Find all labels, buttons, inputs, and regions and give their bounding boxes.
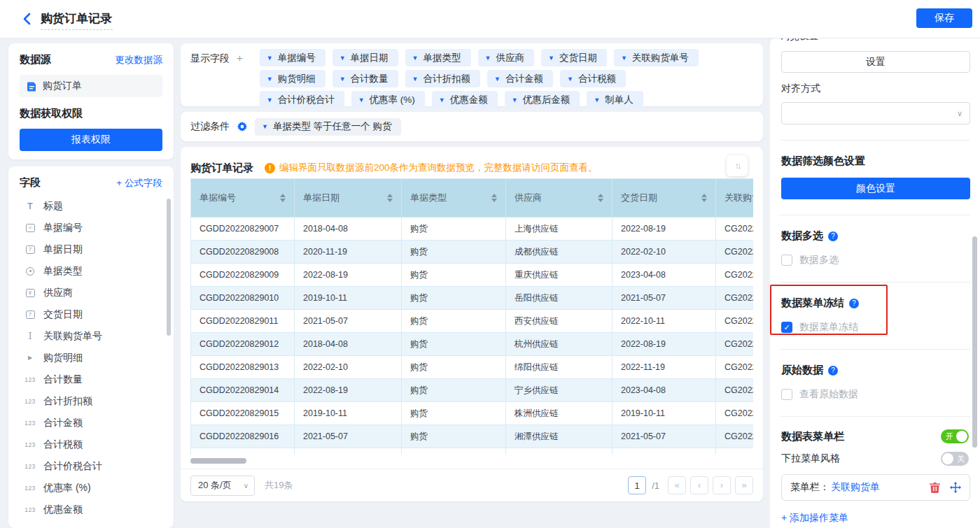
column-setup-button[interactable]: 设置 [781,51,970,73]
display-field-chip[interactable]: ▼制单人 [587,91,643,108]
raw-data-checkbox-row[interactable]: 查看原始数据 [781,388,969,401]
help-icon[interactable]: ? [849,299,859,308]
display-field-chip[interactable]: ▼优惠金额 [432,91,498,108]
align-select[interactable]: ∨ [781,102,970,124]
multi-select-checkbox-row[interactable]: 数据多选 [781,254,969,266]
table-cell [716,448,753,455]
checkbox-checked[interactable]: ✓ [781,322,792,333]
column-header-6[interactable]: 关联购货单号 [716,179,753,217]
save-button[interactable]: 保存 [916,8,972,28]
column-header-1[interactable]: 单据编号 [191,179,295,217]
column-header-2[interactable]: 单据日期 [295,179,402,217]
back-icon[interactable] [20,11,35,27]
field-item[interactable]: 123合计税额 [20,434,162,455]
table-cell: 上海供应链 [506,217,612,241]
checkbox-unchecked[interactable] [781,389,792,400]
datasource-card: 数据源 更改数据源 购货订单 数据获取权限 报表权限 [8,43,174,159]
display-field-chip[interactable]: ▼合计税额 [560,70,626,87]
display-field-chip[interactable]: ▼合计金额 [487,70,553,87]
display-field-chip[interactable]: ▼关联购货单号 [614,49,699,66]
number-field-icon: 123 [24,398,36,405]
field-item[interactable]: 123合计价税合计 [20,455,162,477]
datasource-item[interactable]: 购货订单 [20,75,162,97]
display-field-chip[interactable]: ▼优惠后金额 [505,91,580,108]
fields-scrollbar[interactable] [167,199,171,336]
table-cell: CGDD20220829011 [191,310,295,333]
filter-condition-chip[interactable]: ▼ 单据类型 等于任意一个 购货 [255,118,401,136]
display-field-chip[interactable]: ▼单据日期 [332,49,398,66]
sort-order-button[interactable]: ↑↓ [727,155,748,176]
menu-freeze-title: 数据菜单冻结 ? [781,297,969,310]
field-item[interactable]: 单据类型 [20,260,162,282]
column-header-4[interactable]: 供应商 [506,179,612,217]
column-sort-icon[interactable] [701,194,707,202]
last-page-button[interactable]: » [735,476,753,494]
table-cell: 杭州供应链 [506,333,612,356]
field-item-label: 关联购货单号 [43,330,102,343]
field-item[interactable]: 123优惠率 (%) [20,477,162,499]
next-page-button[interactable]: › [713,476,731,494]
field-item[interactable]: 123合计折扣额 [20,390,162,412]
add-action-menu-link[interactable]: + 添加操作菜单 [781,512,848,525]
display-field-chip[interactable]: ▼合计折扣额 [405,70,480,87]
field-item-label: 交货日期 [43,308,83,321]
table-cell: CGDD20220829014 [191,379,295,402]
help-icon[interactable]: ? [828,366,838,376]
field-item[interactable]: =单据编号 [20,217,162,238]
gear-icon[interactable] [237,121,248,132]
horizontal-scrollbar[interactable] [190,458,246,464]
chip-label: 购货明细 [278,73,316,85]
table-body: CGDD202208290072018-04-08购货上海供应链2022-08-… [191,217,753,455]
table-cell: 购货 [402,402,506,425]
field-item[interactable]: 7单据日期 [20,238,162,260]
column-header-5[interactable]: 交货日期 [612,179,716,217]
table-cell: CG2022 [716,310,753,333]
table-cell: CG2022 [716,333,753,356]
column-sort-icon[interactable] [598,194,603,202]
display-field-chip[interactable]: ▼合计价税合计 [260,91,344,108]
window-scrollbar[interactable] [972,236,977,448]
change-datasource-link[interactable]: 更改数据源 [115,54,163,66]
raw-data-title: 原始数据 ? [781,364,969,377]
field-item[interactable]: 123合计金额 [20,412,162,434]
prev-page-button[interactable]: ‹ [690,476,708,494]
field-item[interactable]: T标题 [20,195,162,217]
field-item[interactable]: I关联购货单号 [20,325,162,347]
display-field-chip[interactable]: ▼供应商 [478,49,534,66]
column-sort-icon[interactable] [387,194,393,202]
column-sort-icon[interactable] [491,194,497,202]
first-page-button[interactable]: « [668,476,686,494]
column-sort-icon[interactable] [280,194,286,202]
display-field-chip[interactable]: ▼单据类型 [405,49,471,66]
display-field-chip[interactable]: ▼合计数量 [332,70,398,87]
display-field-chip[interactable]: ▼购货明细 [260,70,326,87]
chip-label: 优惠后金额 [523,94,570,106]
page-number-input[interactable] [628,476,646,494]
add-display-field-icon[interactable]: + [237,49,243,112]
menu-item-link[interactable]: 关联购货单 [831,481,880,494]
display-field-chip[interactable]: ▼优惠率 (%) [351,91,425,108]
field-item[interactable]: ∨供应商 [20,282,162,304]
move-icon[interactable] [950,482,961,493]
add-formula-field-link[interactable]: + 公式字段 [116,177,162,190]
display-field-chip[interactable]: ▼单据编号 [260,49,326,66]
report-permission-button[interactable]: 报表权限 [20,129,162,151]
field-item[interactable]: 123优惠金额 [20,499,162,520]
color-settings-button[interactable]: 颜色设置 [781,178,970,199]
help-icon[interactable]: ? [828,231,838,241]
page-size-select[interactable]: 20 条/页 ∨ [190,476,255,496]
menu-freeze-checkbox-row[interactable]: ✓ 数据菜单冻结 [781,321,969,334]
field-item[interactable]: ▶购货明细 [20,347,162,369]
column-header-3[interactable]: 单据类型 [402,179,506,217]
trash-icon[interactable] [930,482,940,493]
field-item[interactable]: 123合计数量 [20,369,162,390]
chevron-down-icon: ▼ [412,55,419,62]
menubar-toggle-on[interactable]: 开 [941,429,969,443]
checkbox-unchecked[interactable] [781,255,792,266]
data-table: 单据编号单据日期单据类型供应商交货日期关联购货单号 CGDD2022082900… [190,178,753,455]
field-item[interactable]: 7交货日期 [20,304,162,325]
dropdown-style-toggle-off[interactable]: 关 [941,452,969,466]
table-cell: 购货 [402,333,506,356]
chip-label: 供应商 [496,52,524,64]
display-field-chip[interactable]: ▼交货日期 [541,49,607,66]
